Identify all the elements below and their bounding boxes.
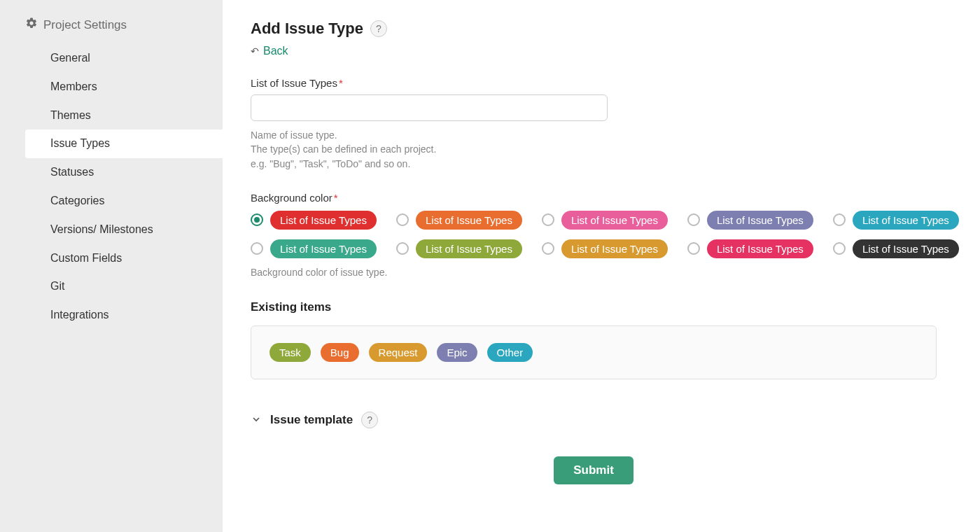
existing-item-pill: Other <box>487 343 533 362</box>
sidebar-label: Themes <box>50 109 91 121</box>
radio-icon <box>833 242 846 255</box>
required-asterisk-icon: * <box>339 77 343 89</box>
radio-icon <box>687 242 700 255</box>
color-swatch-pill: List of Issue Types <box>707 211 813 230</box>
field-help: Background color of issue type. <box>251 265 937 279</box>
color-option-2[interactable]: List of Issue Types <box>542 211 668 230</box>
color-option-3[interactable]: List of Issue Types <box>687 211 813 230</box>
sidebar-label: General <box>50 52 90 64</box>
radio-icon <box>396 242 409 255</box>
back-label: Back <box>263 45 288 57</box>
main-content: Add Issue Type ? ↶ Back List of Issue Ty… <box>223 0 965 532</box>
sidebar-item-themes[interactable]: Themes <box>0 102 223 130</box>
required-asterisk-icon: * <box>334 192 338 204</box>
color-option-9[interactable]: List of Issue Types <box>833 239 959 258</box>
help-line: Name of issue type. <box>251 128 937 142</box>
sidebar-label: Versions/ Milestones <box>50 223 153 235</box>
color-option-6[interactable]: List of Issue Types <box>396 239 522 258</box>
radio-icon <box>687 214 700 226</box>
field-background-color: Background color* List of Issue TypesLis… <box>251 192 937 279</box>
sidebar-item-issue-types[interactable]: Issue Types <box>25 130 223 158</box>
label-text: List of Issue Types <box>251 77 337 89</box>
submit-button[interactable]: Submit <box>554 456 634 484</box>
color-swatch-pill: List of Issue Types <box>416 211 522 230</box>
color-swatch-pill: List of Issue Types <box>561 211 668 230</box>
field-label: Background color* <box>251 192 937 204</box>
back-link[interactable]: ↶ Back <box>251 45 937 57</box>
undo-icon: ↶ <box>251 46 259 57</box>
sidebar-title: Project Settings <box>0 17 223 44</box>
issue-type-name-input[interactable] <box>251 94 608 121</box>
sidebar-items: General Members Themes Issue Types Statu… <box>0 44 223 330</box>
radio-icon <box>396 214 409 226</box>
section-title: Existing items <box>251 300 937 314</box>
sidebar-item-categories[interactable]: Categories <box>0 187 223 216</box>
question-icon[interactable]: ? <box>370 20 387 37</box>
sidebar-item-statuses[interactable]: Statuses <box>0 158 223 187</box>
issue-template-title: Issue template <box>270 413 353 427</box>
gear-icon <box>25 17 38 33</box>
sidebar-item-git[interactable]: Git <box>0 272 223 301</box>
chevron-down-icon <box>251 414 262 427</box>
radio-icon <box>542 214 554 226</box>
field-list-of-issue-types: List of Issue Types* Name of issue type.… <box>251 77 937 171</box>
label-text: Background color <box>251 192 332 204</box>
sidebar-item-integrations[interactable]: Integrations <box>0 301 223 330</box>
color-option-7[interactable]: List of Issue Types <box>542 239 668 258</box>
color-swatch-pill: List of Issue Types <box>707 239 813 258</box>
issue-template-toggle[interactable]: Issue template ? <box>251 412 937 428</box>
color-option-4[interactable]: List of Issue Types <box>833 211 959 230</box>
color-option-0[interactable]: List of Issue Types <box>251 211 377 230</box>
radio-icon <box>833 214 846 226</box>
color-swatch-pill: List of Issue Types <box>416 239 522 258</box>
sidebar-label: Integrations <box>50 309 109 321</box>
sidebar-item-custom-fields[interactable]: Custom Fields <box>0 244 223 273</box>
color-swatch-pill: List of Issue Types <box>270 239 377 258</box>
sidebar-label: Issue Types <box>50 137 110 149</box>
color-swatch-pill: List of Issue Types <box>561 239 668 258</box>
sidebar-item-members[interactable]: Members <box>0 73 223 102</box>
color-option-5[interactable]: List of Issue Types <box>251 239 377 258</box>
sidebar-label: Git <box>50 280 64 292</box>
color-swatch-pill: List of Issue Types <box>853 211 959 230</box>
existing-item-pill: Request <box>369 343 428 362</box>
radio-icon <box>251 214 263 226</box>
existing-items-section: Existing items TaskBugRequestEpicOther <box>251 300 937 379</box>
sidebar-title-text: Project Settings <box>43 18 127 32</box>
sidebar-item-general[interactable]: General <box>0 44 223 73</box>
color-option-1[interactable]: List of Issue Types <box>396 211 522 230</box>
field-help: Name of issue type. The type(s) can be d… <box>251 128 937 171</box>
radio-icon <box>542 242 554 255</box>
sidebar-label: Categories <box>50 195 104 206</box>
help-line: The type(s) can be defined in each proje… <box>251 142 937 156</box>
sidebar-label: Statuses <box>50 166 94 178</box>
existing-item-pill: Bug <box>321 343 359 362</box>
sidebar-label: Custom Fields <box>50 252 122 264</box>
existing-item-pill: Epic <box>437 343 477 362</box>
sidebar-label: Members <box>50 80 97 92</box>
existing-item-pill: Task <box>270 343 311 362</box>
question-icon[interactable]: ? <box>361 412 378 428</box>
radio-icon <box>251 242 263 255</box>
help-line: e.g. "Bug", "Task", "ToDo" and so on. <box>251 157 937 171</box>
color-grid: List of Issue TypesList of Issue TypesLi… <box>251 211 937 258</box>
page-title: Add Issue Type <box>251 20 363 38</box>
color-option-8[interactable]: List of Issue Types <box>687 239 813 258</box>
field-label: List of Issue Types* <box>251 77 937 89</box>
sidebar-item-versions-milestones[interactable]: Versions/ Milestones <box>0 216 223 244</box>
existing-items-box: TaskBugRequestEpicOther <box>251 326 937 379</box>
sidebar: Project Settings General Members Themes … <box>0 0 223 532</box>
color-swatch-pill: List of Issue Types <box>853 239 959 258</box>
color-swatch-pill: List of Issue Types <box>270 211 377 230</box>
